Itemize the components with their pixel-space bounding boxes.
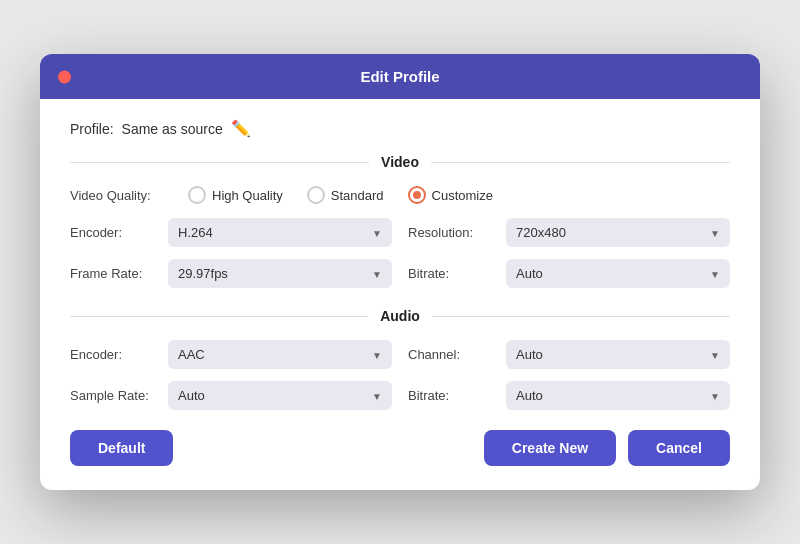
quality-standard-label: Standard: [331, 188, 384, 203]
audio-encoder-label: Encoder:: [70, 347, 160, 362]
window-title: Edit Profile: [360, 68, 439, 85]
video-resolution-select-wrapper: 720x480 ▼: [506, 218, 730, 247]
video-framerate-group: Frame Rate: 29.97fps ▼: [70, 259, 392, 288]
video-section-title: Video: [381, 154, 419, 170]
audio-section-divider: Audio: [70, 308, 730, 324]
video-framerate-bitrate-row: Frame Rate: 29.97fps ▼ Bitrate: Auto: [70, 259, 730, 288]
quality-customize-option[interactable]: Customize: [408, 186, 493, 204]
video-framerate-label: Frame Rate:: [70, 266, 160, 281]
video-resolution-select[interactable]: 720x480: [506, 218, 730, 247]
quality-standard-option[interactable]: Standard: [307, 186, 384, 204]
edit-profile-window: Edit Profile Profile: Same as source ✏️ …: [40, 54, 760, 490]
video-bitrate-label: Bitrate:: [408, 266, 498, 281]
audio-samplerate-select-wrapper: Auto ▼: [168, 381, 392, 410]
audio-section-title: Audio: [380, 308, 420, 324]
video-quality-options: High Quality Standard Customize: [188, 186, 493, 204]
default-button[interactable]: Default: [70, 430, 173, 466]
video-encoder-select-wrapper: H.264 ▼: [168, 218, 392, 247]
close-button[interactable]: [58, 70, 71, 83]
right-buttons: Create New Cancel: [484, 430, 730, 466]
profile-label: Profile:: [70, 121, 114, 137]
video-resolution-label: Resolution:: [408, 225, 498, 240]
audio-bitrate-group: Bitrate: Auto ▼: [408, 381, 730, 410]
audio-encoder-select[interactable]: AAC: [168, 340, 392, 369]
video-resolution-group: Resolution: 720x480 ▼: [408, 218, 730, 247]
quality-high-radio[interactable]: [188, 186, 206, 204]
video-encoder-select[interactable]: H.264: [168, 218, 392, 247]
audio-channel-select-wrapper: Auto ▼: [506, 340, 730, 369]
title-bar: Edit Profile: [40, 54, 760, 99]
audio-encoder-channel-row: Encoder: AAC ▼ Channel: Auto ▼: [70, 340, 730, 369]
video-quality-label: Video Quality:: [70, 188, 180, 203]
audio-encoder-select-wrapper: AAC ▼: [168, 340, 392, 369]
audio-bitrate-select-wrapper: Auto ▼: [506, 381, 730, 410]
quality-customize-radio[interactable]: [408, 186, 426, 204]
profile-row: Profile: Same as source ✏️: [70, 119, 730, 138]
video-quality-row: Video Quality: High Quality Standard Cus…: [70, 186, 730, 204]
video-bitrate-select[interactable]: Auto: [506, 259, 730, 288]
video-encoder-group: Encoder: H.264 ▼: [70, 218, 392, 247]
video-framerate-select[interactable]: 29.97fps: [168, 259, 392, 288]
quality-customize-label: Customize: [432, 188, 493, 203]
video-section-divider: Video: [70, 154, 730, 170]
video-framerate-select-wrapper: 29.97fps ▼: [168, 259, 392, 288]
audio-section: Audio Encoder: AAC ▼ Channel:: [70, 308, 730, 410]
video-encoder-label: Encoder:: [70, 225, 160, 240]
audio-channel-label: Channel:: [408, 347, 498, 362]
profile-value: Same as source: [122, 121, 223, 137]
audio-encoder-group: Encoder: AAC ▼: [70, 340, 392, 369]
quality-high-option[interactable]: High Quality: [188, 186, 283, 204]
video-bitrate-select-wrapper: Auto ▼: [506, 259, 730, 288]
video-section: Video Video Quality: High Quality Standa…: [70, 154, 730, 288]
video-encoder-resolution-row: Encoder: H.264 ▼ Resolution: 720x480: [70, 218, 730, 247]
create-new-button[interactable]: Create New: [484, 430, 616, 466]
audio-bitrate-label: Bitrate:: [408, 388, 498, 403]
video-bitrate-group: Bitrate: Auto ▼: [408, 259, 730, 288]
cancel-button[interactable]: Cancel: [628, 430, 730, 466]
quality-high-label: High Quality: [212, 188, 283, 203]
audio-bitrate-select[interactable]: Auto: [506, 381, 730, 410]
audio-channel-group: Channel: Auto ▼: [408, 340, 730, 369]
audio-samplerate-select[interactable]: Auto: [168, 381, 392, 410]
quality-standard-radio[interactable]: [307, 186, 325, 204]
edit-profile-icon[interactable]: ✏️: [231, 119, 251, 138]
audio-samplerate-group: Sample Rate: Auto ▼: [70, 381, 392, 410]
buttons-row: Default Create New Cancel: [70, 430, 730, 466]
content-area: Profile: Same as source ✏️ Video Video Q…: [40, 99, 760, 490]
audio-channel-select[interactable]: Auto: [506, 340, 730, 369]
audio-samplerate-bitrate-row: Sample Rate: Auto ▼ Bitrate: Auto ▼: [70, 381, 730, 410]
audio-samplerate-label: Sample Rate:: [70, 388, 160, 403]
